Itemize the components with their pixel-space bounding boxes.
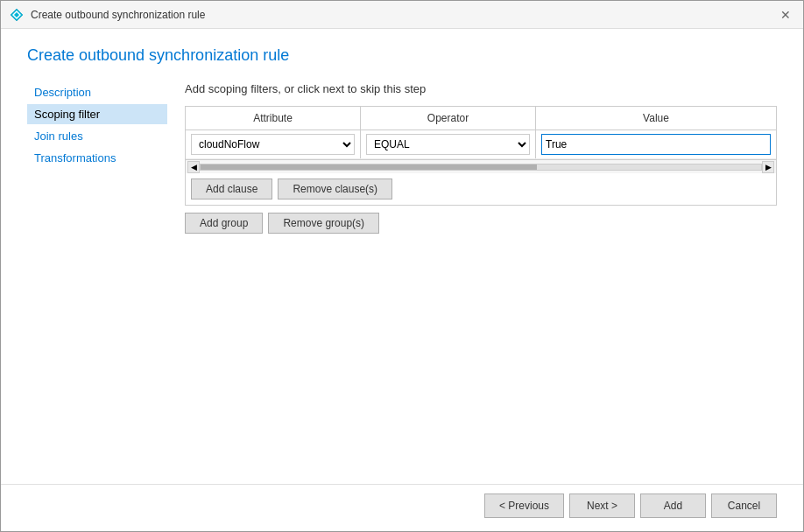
title-bar: Create outbound synchronization rule ✕ — [1, 1, 803, 29]
table-row: cloudNoFlow EQUAL — [186, 130, 776, 159]
next-button[interactable]: Next > — [569, 494, 635, 518]
table-header: Attribute Operator Value — [186, 107, 776, 130]
main-window: Create outbound synchronization rule ✕ C… — [0, 0, 804, 532]
remove-clause-button[interactable]: Remove clause(s) — [278, 178, 392, 200]
sidebar-item-scoping-filter[interactable]: Scoping filter — [27, 104, 167, 124]
col-header-value: Value — [536, 107, 776, 130]
title-bar-left: Create outbound synchronization rule — [10, 8, 205, 22]
close-button[interactable]: ✕ — [777, 6, 794, 24]
scroll-right-button[interactable]: ▶ — [762, 161, 774, 173]
main-content: Add scoping filters, or click next to sk… — [185, 82, 777, 475]
operator-select[interactable]: EQUAL — [366, 134, 530, 155]
sidebar: Description Scoping filter Join rules Tr… — [27, 82, 167, 475]
col-header-operator: Operator — [361, 107, 536, 130]
footer: < Previous Next > Add Cancel — [1, 484, 803, 531]
sidebar-item-join-rules[interactable]: Join rules — [27, 126, 167, 146]
group-buttons: Add group Remove group(s) — [185, 213, 777, 234]
scrollbar-row: ◀ ▶ — [186, 159, 776, 173]
add-group-button[interactable]: Add group — [185, 213, 263, 234]
page-title: Create outbound synchronization rule — [27, 46, 777, 65]
scroll-left-button[interactable]: ◀ — [187, 161, 200, 173]
app-icon — [10, 8, 24, 22]
cancel-button[interactable]: Cancel — [711, 494, 777, 518]
remove-group-button[interactable]: Remove group(s) — [268, 213, 379, 234]
attribute-cell: cloudNoFlow — [186, 130, 361, 158]
attribute-select[interactable]: cloudNoFlow — [191, 134, 355, 155]
operator-cell: EQUAL — [361, 130, 536, 158]
step-instruction: Add scoping filters, or click next to sk… — [185, 82, 777, 95]
value-input[interactable] — [541, 134, 771, 155]
add-button[interactable]: Add — [640, 494, 706, 518]
sidebar-item-description[interactable]: Description — [27, 82, 167, 102]
content-area: Create outbound synchronization rule Des… — [1, 29, 803, 484]
window-title: Create outbound synchronization rule — [31, 9, 205, 21]
scrollbar-thumb — [201, 164, 537, 170]
add-clause-button[interactable]: Add clause — [191, 178, 272, 200]
filter-table-container: Attribute Operator Value cloudNoFlow — [185, 106, 777, 206]
scrollbar-track[interactable] — [200, 164, 762, 171]
sidebar-item-transformations[interactable]: Transformations — [27, 148, 167, 168]
main-layout: Description Scoping filter Join rules Tr… — [27, 82, 777, 475]
previous-button[interactable]: < Previous — [484, 494, 564, 518]
clause-buttons: Add clause Remove clause(s) — [186, 173, 776, 205]
value-cell — [536, 130, 776, 158]
col-header-attribute: Attribute — [186, 107, 361, 130]
